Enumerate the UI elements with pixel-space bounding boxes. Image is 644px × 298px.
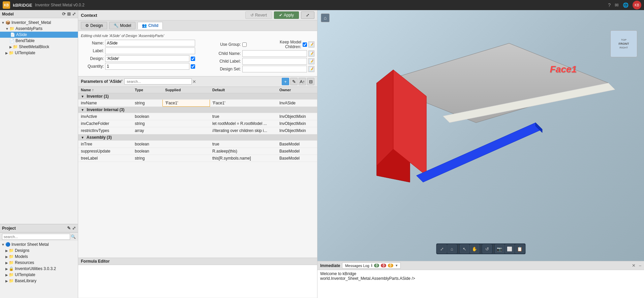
tree-item-uitemplate[interactable]: ▶ 📁 UITemplate [0, 50, 78, 56]
arrow-icon: ▼ [1, 21, 5, 25]
param-type: boolean [132, 148, 162, 155]
section-inventor-internal[interactable]: ▼ Inventor Internal (3) [78, 107, 317, 113]
table-row[interactable]: invCacheFolder string let rootModel = R.… [78, 120, 317, 127]
vp-camera-button[interactable]: 📷 [495, 244, 504, 253]
tab-model[interactable]: 🔧 Model [109, 22, 135, 29]
param-default: this[R.symbols.name] [210, 155, 277, 162]
params-area: Parameters of 'ASide' ✕ + ✎ A↑ ⊟ Name ↑ [78, 76, 317, 258]
col-header-supplied[interactable]: Supplied [162, 87, 210, 93]
tab-child[interactable]: 👥 Child [137, 22, 163, 29]
proj-item-models[interactable]: ▶ 📁 Models [0, 254, 78, 260]
revert-button[interactable]: ↺ Revert [245, 11, 272, 19]
tree-item-assembly[interactable]: ▼ 📁 AssemblyParts [0, 26, 78, 32]
table-row[interactable]: invActive boolean true InvObjectMixin [78, 113, 317, 120]
table-row[interactable]: treeLabel string this[R.symbols.name] Ba… [78, 155, 317, 162]
param-owner: BaseModel [277, 141, 317, 148]
vp-cursor-button[interactable]: ↖ [460, 244, 469, 253]
param-default: 'Face1' [210, 100, 277, 107]
app-name: kBRiDGE [13, 3, 32, 8]
language-icon[interactable]: 🌐 [623, 2, 628, 8]
maximize-context-button[interactable]: ⤢ [301, 11, 314, 19]
param-type: string [132, 120, 162, 127]
immediate-minimize-button[interactable]: – [639, 263, 641, 268]
form-right-col: Use Group: Keep Model Children: 📝 Child … [201, 40, 315, 73]
form-row-label: Label: [81, 47, 195, 54]
layout-icon[interactable]: ⊞ [67, 11, 71, 16]
mail-icon[interactable]: ✉ [615, 2, 619, 8]
viewport[interactable]: ⌂ TOP FRONT RIGHT [317, 10, 644, 261]
vp-orbit-button[interactable]: ↺ [482, 244, 492, 253]
name-input[interactable] [105, 40, 195, 46]
child-label-note-icon[interactable]: 📝 [308, 58, 314, 64]
table-row[interactable]: suppressUpdate boolean R.asleep(this) Ba… [78, 148, 317, 155]
label-input[interactable] [105, 47, 195, 54]
label-label: Label: [81, 48, 104, 53]
vp-render-button[interactable]: ⬜ [505, 244, 514, 253]
add-param-button[interactable]: + [282, 78, 289, 85]
quantity-checkbox[interactable] [191, 64, 195, 69]
params-table-container: Name ↑ Type Supplied Default Owner ▼ [78, 87, 317, 258]
search-icon[interactable]: 🔍 [71, 234, 76, 239]
proj-item-invutil[interactable]: ▶ 🔒 InventorUtilities 3.0.3.2 [0, 266, 78, 272]
folder-icon: 📁 [9, 51, 14, 55]
vp-pan-button[interactable]: ✋ [470, 244, 479, 253]
quantity-input[interactable] [105, 63, 189, 70]
child-name-input[interactable] [242, 50, 307, 57]
table-row[interactable]: inTree boolean true BaseModel [78, 141, 317, 148]
proj-item-designs[interactable]: ▶ 📁 Designs [0, 247, 78, 254]
table-row[interactable]: invName string 'Face1' 'Face1' InvASide [78, 100, 317, 107]
section-label: Inventor (1) [87, 94, 109, 99]
child-name-note-icon[interactable]: 📝 [308, 51, 314, 57]
design-set-input[interactable] [242, 66, 307, 72]
messages-log-tab[interactable]: Messages Log ℹ 0 0 0 ▾ [342, 262, 400, 269]
expand-icon[interactable]: ⤢ [72, 11, 76, 16]
col-header-name[interactable]: Name ↑ [78, 87, 132, 93]
use-group-checkbox[interactable] [242, 42, 247, 47]
design-set-note-icon[interactable]: 📝 [308, 66, 314, 72]
proj-item-uitpl[interactable]: ▶ 📁 UITemplate [0, 272, 78, 278]
help-icon[interactable]: ? [608, 2, 611, 8]
proj-item-resources[interactable]: ▶ 📁 Resources [0, 260, 78, 266]
immediate-header: Immediate Messages Log ℹ 0 0 0 ▾ ✕ – [317, 261, 644, 270]
project-search-input[interactable] [2, 234, 70, 240]
formula-editor-input[interactable] [78, 265, 317, 297]
proj-item-root[interactable]: ▼ 🔵 Inventor Sheet Metal [0, 241, 78, 247]
proj-item-baselib[interactable]: ▶ 📁 BaseLibrary [0, 278, 78, 284]
user-avatar[interactable]: KB [633, 1, 641, 9]
collapse-all-button[interactable]: ⊟ [307, 78, 314, 85]
vp-expand-button[interactable]: ⤢ [437, 244, 447, 253]
col-header-type[interactable]: Type [132, 87, 162, 93]
sort-az-button[interactable]: A↑ [299, 78, 306, 85]
vp-home-button[interactable]: ⌂ [447, 244, 457, 253]
section-inventor[interactable]: ▼ Inventor (1) [78, 93, 317, 100]
tree-item-bendtable[interactable]: 📄 BendTable [0, 38, 78, 44]
keep-model-children-checkbox[interactable] [303, 42, 307, 47]
table-row[interactable]: restrictInvTypes array //Iterating over … [78, 127, 317, 134]
design-input[interactable] [105, 55, 189, 62]
edit-icon[interactable]: ✎ [67, 226, 71, 231]
tree-item-root[interactable]: ▼ 📦 Inventor_Sheet_Metal [0, 20, 78, 26]
col-header-default[interactable]: Default [210, 87, 277, 93]
note-icon[interactable]: 📝 [308, 41, 314, 47]
model-panel-header: Model ⟳ ⊞ ⤢ [0, 10, 78, 18]
folder-icon: 📁 [9, 260, 14, 265]
col-header-owner[interactable]: Owner [277, 87, 317, 93]
tree-item-aside[interactable]: 📄 ASide [0, 32, 78, 38]
edit-param-button[interactable]: ✎ [290, 78, 298, 85]
param-supplied [162, 141, 210, 148]
immediate-close-button[interactable]: ✕ [632, 263, 636, 268]
tab-design[interactable]: ⚙ Design [81, 22, 107, 29]
apply-button[interactable]: ✔ Apply [274, 11, 299, 19]
design-checkbox[interactable] [191, 57, 195, 61]
3d-shape-svg [334, 17, 638, 202]
chevron-down-icon[interactable]: ▾ [396, 263, 398, 268]
viewport-home-button[interactable]: ⌂ [321, 13, 330, 22]
tree-item-sheetmetal[interactable]: ▶ 📁 SheetMetalBlock [0, 44, 78, 50]
expand-icon[interactable]: ⤢ [72, 226, 76, 231]
clear-search-icon[interactable]: ✕ [192, 79, 196, 84]
vp-settings-button[interactable]: 📋 [515, 244, 524, 253]
params-search-input[interactable] [124, 78, 192, 85]
child-label-input[interactable] [242, 58, 307, 65]
sync-icon[interactable]: ⟳ [62, 11, 66, 16]
section-assembly[interactable]: ▼ Assembly (3) [78, 134, 317, 141]
